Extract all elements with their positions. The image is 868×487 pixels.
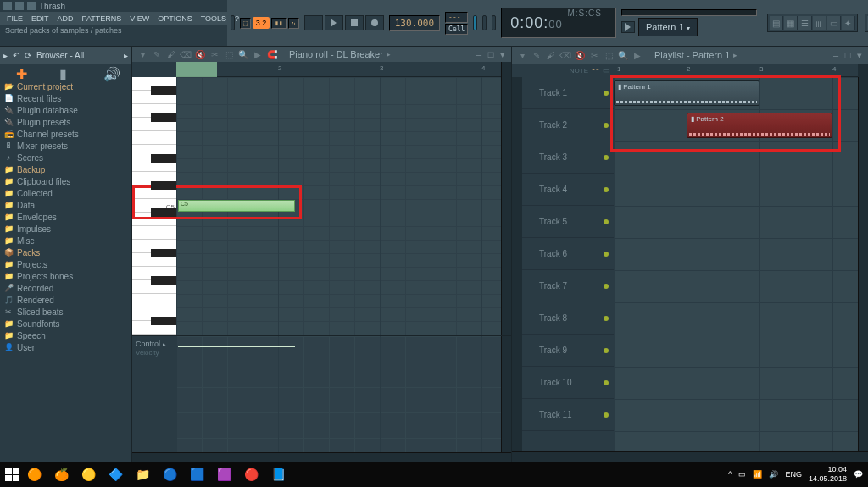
clip-pattern-2[interactable]: ▮ Pattern 2 (687, 113, 832, 138)
play-button[interactable] (325, 15, 343, 30)
tray-battery-icon[interactable]: ▭ (738, 470, 746, 479)
browser-item[interactable]: 📦Packs (0, 246, 131, 258)
playlist-track-header[interactable]: Track 1 (522, 77, 614, 109)
pr-play-icon[interactable]: ▶ (251, 47, 264, 61)
pr-paint-icon[interactable]: 🖌 (164, 47, 178, 61)
chevron-right-icon[interactable]: ▸ (124, 51, 128, 60)
pl-track-resize[interactable] (512, 77, 522, 451)
piano-key[interactable] (132, 321, 176, 335)
playlist-track-header[interactable]: Track 2 (522, 109, 614, 141)
menu-patterns[interactable]: PATTERNS (79, 14, 125, 23)
pl-erase-icon[interactable]: ⌫ (559, 48, 572, 62)
piano-key[interactable] (132, 131, 176, 145)
browser-item[interactable]: 🎤Recorded (0, 282, 131, 294)
tray-lang[interactable]: ENG (785, 470, 802, 479)
track-mute-dot[interactable] (604, 348, 609, 353)
piano-key[interactable] (132, 226, 176, 240)
midi-note-c5[interactable]: C5 (178, 200, 295, 212)
pr-erase-icon[interactable]: ⌫ (179, 47, 192, 61)
tray-wifi-icon[interactable]: 📶 (753, 470, 762, 479)
pianoroll-grid[interactable]: C5 (176, 77, 501, 335)
tray-notifications-icon[interactable]: 💬 (854, 470, 863, 479)
playlist-track-header[interactable]: Track 10 (522, 367, 614, 399)
piano-key[interactable] (132, 253, 176, 267)
stop-button[interactable] (345, 15, 364, 30)
playlist-icon[interactable]: ▤ (770, 16, 783, 30)
browser-item[interactable]: ♪Scores (0, 152, 131, 163)
browser-item[interactable]: 📁Misc (0, 235, 131, 246)
pl-play-icon[interactable]: ▶ (631, 48, 644, 62)
pl-slice-icon[interactable]: ✂ (587, 48, 601, 62)
piano-keys[interactable]: C5 (132, 77, 176, 335)
browser-item[interactable]: 🎵Rendered (0, 294, 131, 306)
pr-select-icon[interactable]: ⬚ (222, 47, 236, 61)
track-mute-dot[interactable] (604, 412, 609, 418)
browser-icon[interactable]: ▭ (827, 16, 841, 30)
task-app-3[interactable]: 🟡 (76, 462, 100, 486)
task-app-2[interactable]: 🍊 (49, 462, 73, 486)
pr-max-icon[interactable]: □ (486, 49, 496, 60)
pianoroll-ruler[interactable]: 2 3 4 (176, 62, 501, 77)
piano-key[interactable] (132, 213, 176, 226)
playlist-track-header[interactable]: Track 5 (522, 206, 614, 238)
piano-key[interactable] (132, 118, 176, 131)
browser-item[interactable]: 📁Projects bones (0, 270, 131, 282)
step-seq-icon[interactable] (473, 15, 477, 30)
pr-hscroll[interactable] (132, 452, 511, 462)
pr-min-icon[interactable]: – (474, 49, 484, 60)
settings-icon[interactable]: ✦ (842, 16, 855, 30)
browser-item[interactable]: 📁Soundfonts (0, 318, 131, 329)
pr-vscroll[interactable] (501, 77, 511, 335)
browser-item[interactable]: 👤User (0, 341, 131, 353)
menu-view[interactable]: VIEW (126, 14, 153, 23)
browser-item[interactable]: 🔌Plugin database (0, 104, 131, 116)
browser-item[interactable]: 📁Backup (0, 163, 131, 175)
task-app-4[interactable]: 🔷 (103, 462, 127, 486)
piano-key[interactable] (132, 185, 176, 199)
pl-auto-icon[interactable]: ▭ (603, 66, 610, 75)
pat-num[interactable]: --- (445, 12, 468, 23)
task-app-1[interactable]: 🟠 (22, 462, 46, 486)
playlist-track-header[interactable]: Track 9 (522, 335, 614, 367)
pl-draw-icon[interactable]: ✎ (530, 48, 543, 62)
browser-item[interactable]: 📁Clipboard files (0, 175, 131, 187)
mixer-icon[interactable]: ⫼ (813, 16, 826, 30)
track-mute-dot[interactable] (604, 316, 609, 321)
metronome-icon[interactable]: ▮▮ (271, 18, 287, 29)
pat-song-switch[interactable] (304, 15, 323, 30)
pl-menu-icon[interactable]: ▾ (515, 48, 529, 62)
piano-key[interactable] (132, 280, 176, 294)
browser-collapse-icon[interactable]: ▸ (3, 51, 8, 60)
pl-max-icon[interactable]: □ (843, 50, 853, 61)
record-button[interactable] (365, 15, 384, 30)
pl-mode-icon[interactable]: NOTE (570, 67, 588, 75)
pr-control-label[interactable]: Control ▸ Velocity (132, 336, 176, 451)
pl-min-icon[interactable]: – (831, 50, 841, 61)
browser-item[interactable]: 📁Impulses (0, 223, 131, 235)
browser-tab-files-icon[interactable]: ▮ (59, 66, 71, 78)
browser-list[interactable]: 📂Current project📄Recent files🔌Plugin dat… (0, 80, 131, 462)
pl-hscroll[interactable] (512, 451, 868, 462)
time-sig[interactable]: ⬚ (240, 18, 251, 29)
browser-item[interactable]: 📁Envelopes (0, 211, 131, 223)
browser-item[interactable]: 🔌Plugin presets (0, 116, 131, 128)
playlist-ruler[interactable]: 1 2 3 4 (614, 64, 858, 77)
task-app-8[interactable]: 🟪 (212, 462, 236, 486)
browser-item[interactable]: 📁Speech (0, 329, 131, 341)
start-button[interactable] (5, 468, 19, 481)
browser-item[interactable]: 🎚Mixer presets (0, 140, 131, 152)
velocity-value[interactable] (178, 346, 295, 347)
browser-item[interactable]: 📂Current project (0, 80, 131, 92)
track-mute-dot[interactable] (604, 219, 609, 224)
undo-btn[interactable] (231, 15, 235, 30)
pl-select-icon[interactable]: ⬚ (602, 48, 615, 62)
browser-item[interactable]: 📁Collected (0, 187, 131, 199)
pr-slice-icon[interactable]: ✂ (208, 47, 221, 61)
browser-item[interactable]: 📄Recent files (0, 92, 131, 104)
pl-wave-icon[interactable]: 〰 (592, 66, 599, 75)
menu-edit[interactable]: EDIT (28, 14, 53, 23)
browser-back-icon[interactable]: ↶ (13, 51, 19, 60)
playlist-track-header[interactable]: Track 3 (522, 141, 614, 174)
piano-key[interactable] (132, 158, 176, 172)
pr-draw-icon[interactable]: ✎ (150, 47, 164, 61)
